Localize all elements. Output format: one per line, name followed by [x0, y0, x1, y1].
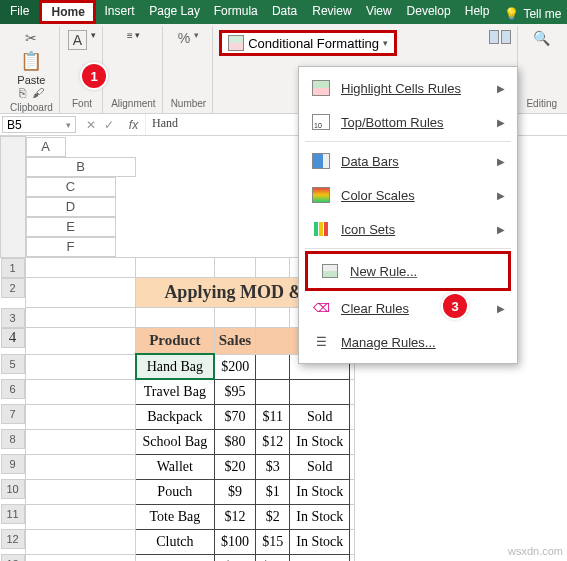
- tab-data[interactable]: Data: [264, 0, 304, 24]
- row-header[interactable]: 5: [1, 354, 25, 374]
- cf-color-scales[interactable]: Color Scales ▶: [299, 178, 517, 212]
- row-header[interactable]: 6: [1, 379, 25, 399]
- cell[interactable]: $15: [256, 529, 290, 554]
- cell-sales[interactable]: $80: [214, 554, 256, 561]
- paste-label[interactable]: Paste: [17, 74, 45, 86]
- cell-status[interactable]: In Stock: [290, 529, 350, 554]
- tab-review[interactable]: Review: [304, 0, 358, 24]
- cell-sales[interactable]: $9: [214, 479, 256, 504]
- row-header[interactable]: 7: [1, 404, 25, 424]
- chevron-down-icon[interactable]: ▾: [194, 30, 199, 46]
- cell-sales[interactable]: $20: [214, 454, 256, 479]
- cell[interactable]: $12: [256, 554, 290, 561]
- cell-status[interactable]: In Stock: [290, 429, 350, 454]
- row-header[interactable]: 8: [1, 429, 25, 449]
- format-painter-icon[interactable]: 🖌: [32, 86, 44, 100]
- cf-clear-rules[interactable]: Clear Rules ▶: [299, 291, 517, 325]
- cell[interactable]: [290, 379, 350, 404]
- row-header[interactable]: 13: [1, 554, 25, 561]
- enter-icon[interactable]: ✓: [104, 118, 114, 132]
- cell-product[interactable]: Wallet: [136, 454, 215, 479]
- data-bars-icon: [312, 153, 330, 169]
- cf-icon-sets[interactable]: Icon Sets ▶: [299, 212, 517, 246]
- cell-status[interactable]: In Stock: [290, 504, 350, 529]
- cell-status[interactable]: Sold: [290, 554, 350, 561]
- cf-new-rule[interactable]: New Rule...: [305, 251, 511, 291]
- col-header-F[interactable]: F: [26, 237, 116, 257]
- cell-product[interactable]: School Bag: [136, 429, 215, 454]
- cf-manage-rules[interactable]: Manage Rules...: [299, 325, 517, 359]
- cell-sales[interactable]: $12: [214, 504, 256, 529]
- cf-highlight-cells-rules[interactable]: Highlight Cells Rules ▶: [299, 71, 517, 105]
- chevron-right-icon: ▶: [497, 156, 505, 167]
- cell-status[interactable]: Sold: [290, 454, 350, 479]
- row-header[interactable]: 2: [1, 278, 25, 298]
- cell-sales[interactable]: $80: [214, 429, 256, 454]
- tab-page-layout[interactable]: Page Lay: [141, 0, 206, 24]
- font-size-icon[interactable]: A: [68, 30, 87, 50]
- cell[interactable]: $12: [256, 429, 290, 454]
- row-header[interactable]: 10: [1, 479, 25, 499]
- cell-product[interactable]: Pouch: [136, 479, 215, 504]
- row-header[interactable]: 9: [1, 454, 25, 474]
- row-header[interactable]: 4: [1, 328, 25, 348]
- cell-product[interactable]: Tote Bag: [136, 504, 215, 529]
- tab-insert[interactable]: Insert: [96, 0, 141, 24]
- cell[interactable]: $2: [256, 504, 290, 529]
- col-header-C[interactable]: C: [26, 177, 116, 197]
- cf-top-bottom-rules[interactable]: Top/Bottom Rules ▶: [299, 105, 517, 139]
- cell-product[interactable]: Bucket Bag: [136, 554, 215, 561]
- cell-product[interactable]: Backpack: [136, 404, 215, 429]
- cf-data-bars[interactable]: Data Bars ▶: [299, 144, 517, 178]
- tab-file[interactable]: File: [0, 0, 39, 24]
- fx-icon[interactable]: fx: [122, 114, 146, 135]
- cut-icon[interactable]: ✂: [25, 30, 37, 46]
- cell-sales[interactable]: $95: [214, 379, 256, 404]
- row-header[interactable]: 1: [1, 258, 25, 278]
- cell[interactable]: $1: [256, 479, 290, 504]
- col-header-E[interactable]: E: [26, 217, 116, 237]
- cell[interactable]: $11: [256, 404, 290, 429]
- tab-formulas[interactable]: Formula: [206, 0, 264, 24]
- cell-sales[interactable]: $100: [214, 529, 256, 554]
- tab-help[interactable]: Help: [457, 0, 497, 24]
- new-rule-icon: [322, 264, 338, 278]
- tab-view[interactable]: View: [358, 0, 399, 24]
- conditional-formatting-button[interactable]: Conditional Formatting ▾: [219, 30, 397, 56]
- cell-product[interactable]: Travel Bag: [136, 379, 215, 404]
- row-header[interactable]: 3: [1, 308, 25, 328]
- percent-icon[interactable]: %: [178, 30, 190, 46]
- copy-icon[interactable]: ⎘: [19, 86, 26, 100]
- cells-icon[interactable]: [489, 30, 511, 44]
- tell-me[interactable]: 💡 Tell me: [496, 0, 567, 24]
- row-header[interactable]: 11: [1, 504, 25, 524]
- paste-icon[interactable]: 📋: [18, 48, 44, 74]
- row-header[interactable]: 12: [1, 529, 25, 549]
- align-icon[interactable]: ≡: [127, 30, 133, 41]
- cell-product[interactable]: Hand Bag: [136, 354, 215, 379]
- cell[interactable]: [256, 354, 290, 379]
- cell-status[interactable]: In Stock: [290, 479, 350, 504]
- header-sales[interactable]: Sales: [214, 328, 256, 355]
- chevron-down-icon[interactable]: ▾: [66, 120, 71, 130]
- tell-me-label: Tell me: [523, 7, 561, 21]
- chevron-down-icon[interactable]: ▾: [135, 30, 140, 41]
- watermark: wsxdn.com: [508, 545, 563, 557]
- header-product[interactable]: Product: [136, 328, 215, 355]
- cell-sales[interactable]: $200: [214, 354, 256, 379]
- cell[interactable]: $3: [256, 454, 290, 479]
- cell-product[interactable]: Clutch: [136, 529, 215, 554]
- cell-sales[interactable]: $70: [214, 404, 256, 429]
- name-box[interactable]: B5 ▾: [2, 116, 76, 133]
- col-header-B[interactable]: B: [26, 157, 136, 177]
- select-all-corner[interactable]: [1, 137, 26, 258]
- tab-home[interactable]: Home: [39, 0, 97, 24]
- cell[interactable]: [256, 379, 290, 404]
- chevron-down-icon[interactable]: ▾: [91, 30, 96, 50]
- col-header-D[interactable]: D: [26, 197, 116, 217]
- cancel-icon[interactable]: ✕: [86, 118, 96, 132]
- col-header-A[interactable]: A: [26, 137, 66, 157]
- cell-status[interactable]: Sold: [290, 404, 350, 429]
- find-icon[interactable]: 🔍: [533, 30, 550, 46]
- tab-developer[interactable]: Develop: [399, 0, 457, 24]
